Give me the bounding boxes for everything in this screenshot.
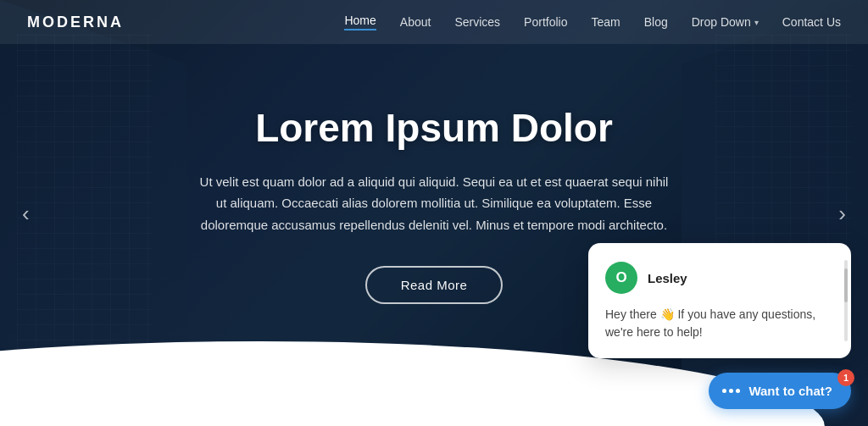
chat-badge: 1 [837, 369, 854, 386]
brand-logo: MODERNA [27, 14, 124, 31]
hero-content: Lorem Ipsum Dolor Ut velit est quam dolo… [0, 0, 868, 426]
chat-message: Hey there 👋 If you have any questions, w… [605, 306, 834, 341]
navbar: MODERNA Home About Services Portfolio Te… [0, 0, 868, 44]
nav-links: Home About Services Portfolio Team Blog … [344, 14, 841, 30]
chat-scrollbar-thumb [844, 268, 848, 302]
chat-dot-1 [722, 389, 726, 393]
read-more-button[interactable]: Read More [365, 266, 504, 304]
prev-arrow[interactable]: ‹ [10, 191, 42, 235]
nav-services[interactable]: Services [454, 15, 500, 29]
chat-agent-name: Lesley [648, 271, 687, 285]
nav-portfolio[interactable]: Portfolio [524, 15, 567, 29]
nav-contact[interactable]: Contact Us [782, 15, 841, 29]
hero-section: MODERNA Home About Services Portfolio Te… [0, 0, 868, 426]
hero-subtitle: Ut velit est quam dolor ad a aliquid qui… [197, 171, 671, 236]
next-arrow[interactable]: › [826, 191, 858, 235]
nav-dropdown[interactable]: Drop Down ▾ [692, 15, 759, 29]
hero-title: Lorem Ipsum Dolor [255, 105, 613, 151]
nav-team[interactable]: Team [591, 15, 620, 29]
chat-header: O Lesley [605, 262, 834, 294]
chat-button-label: Want to chat? [748, 384, 832, 398]
nav-home[interactable]: Home [344, 14, 376, 30]
chat-scrollbar[interactable] [844, 260, 848, 341]
nav-about[interactable]: About [400, 15, 431, 29]
chat-icon [722, 389, 740, 393]
chat-dot-2 [729, 389, 733, 393]
chat-button[interactable]: Want to chat? 1 [709, 373, 851, 409]
chat-dot-3 [736, 389, 740, 393]
chat-avatar: O [605, 262, 637, 294]
nav-blog[interactable]: Blog [644, 15, 668, 29]
chevron-down-icon: ▾ [754, 18, 759, 27]
chat-popup: O Lesley Hey there 👋 If you have any que… [588, 243, 851, 358]
